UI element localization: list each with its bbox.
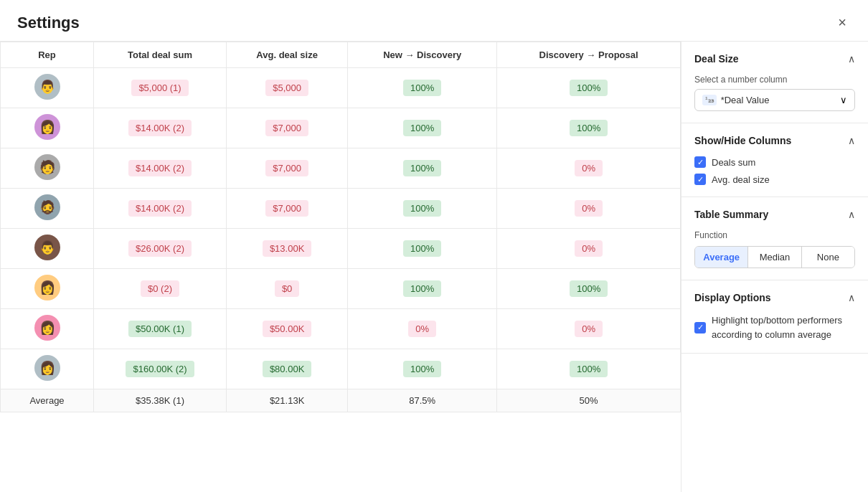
table-row: 👩$50.00K (1)$50.00K0%0%: [1, 309, 681, 349]
table-cell: $5,000 (1): [94, 68, 227, 108]
table-cell: $14.00K (2): [94, 189, 227, 229]
avatar-cell: 👩: [1, 269, 94, 309]
cell-badge: 0%: [575, 200, 603, 217]
table-cell: $50.00K: [227, 309, 348, 349]
table-cell: 0%: [348, 309, 497, 349]
cell-badge: 100%: [570, 80, 608, 96]
display-options-header: Display Options ∧: [694, 292, 855, 303]
table-row: 👨$5,000 (1)$5,000100%100%: [1, 68, 681, 108]
cell-badge: 100%: [570, 361, 608, 377]
table-cell: $160.00K (2): [94, 349, 227, 389]
cell-badge: $14.00K (2): [128, 120, 192, 136]
summary-cell: 87.5%: [348, 389, 497, 412]
table-cell: $5,000: [227, 68, 348, 108]
cell-badge: $7,000: [265, 120, 308, 136]
display-options-chevron[interactable]: ∧: [848, 292, 855, 303]
deal-size-section: Deal Size ∧ Select a number column ¹₂₃ *…: [681, 42, 868, 123]
col-total-deal: Total deal sum: [94, 42, 227, 68]
checkbox-deals-sum-label: Deals sum: [712, 157, 755, 168]
cell-badge: $0 (2): [141, 280, 179, 297]
table-summary-chevron[interactable]: ∧: [848, 209, 855, 220]
table-cell: 100%: [348, 229, 497, 269]
cell-badge: $5,000 (1): [131, 80, 188, 96]
modal: Settings × Rep Total deal sum Avg. deal …: [0, 0, 868, 492]
avatar: 👩: [34, 114, 60, 140]
table-cell: 0%: [497, 148, 681, 189]
cell-badge: 100%: [403, 80, 441, 96]
avatar-cell: 👩: [1, 309, 94, 349]
table-header-row: Rep Total deal sum Avg. deal size New → …: [1, 42, 681, 68]
cell-badge: 100%: [403, 120, 441, 136]
checkbox-avg-deal-label: Avg. deal size: [712, 174, 770, 185]
function-btn-median[interactable]: Median: [748, 247, 801, 268]
avatar: 👩: [34, 315, 60, 341]
table-area: Rep Total deal sum Avg. deal size New → …: [0, 42, 681, 492]
table-cell: $0 (2): [94, 269, 227, 309]
function-btn-none[interactable]: None: [802, 247, 854, 268]
close-button[interactable]: ×: [834, 13, 851, 32]
table-cell: $7,000: [227, 148, 348, 189]
deal-value-select[interactable]: ¹₂₃ *Deal Value ∨: [694, 89, 855, 111]
table-summary-title: Table Summary: [694, 209, 768, 220]
cell-badge: $26.00K (2): [128, 240, 192, 257]
checkbox-deals-sum: ✓ Deals sum: [694, 156, 855, 168]
table-row: 👩$14.00K (2)$7,000100%100%: [1, 108, 681, 148]
table-cell: 100%: [497, 68, 681, 108]
cell-badge: $13.00K: [263, 240, 311, 257]
select-chevron-down: ∨: [840, 95, 847, 105]
avatar: 👨: [34, 74, 60, 100]
deal-size-chevron[interactable]: ∧: [848, 53, 855, 65]
table-cell: 100%: [348, 148, 497, 189]
cell-badge: $7,000: [265, 200, 308, 217]
sidebar: Deal Size ∧ Select a number column ¹₂₃ *…: [681, 42, 868, 492]
table-cell: 100%: [497, 108, 681, 148]
summary-cell: 50%: [497, 389, 681, 412]
table-row: 👩$160.00K (2)$80.00K100%100%: [1, 349, 681, 389]
cell-badge: 100%: [403, 361, 441, 377]
function-btn-average[interactable]: Average: [695, 247, 748, 268]
avatar-cell: 🧑: [1, 148, 94, 189]
checkbox-avg-deal: ✓ Avg. deal size: [694, 174, 855, 185]
table-cell: 100%: [348, 189, 497, 229]
table-row: 👨$26.00K (2)$13.00K100%0%: [1, 229, 681, 269]
highlight-checkbox-row: ✓ Highlight top/bottom performers accord…: [694, 313, 855, 341]
deal-size-header: Deal Size ∧: [694, 53, 855, 65]
show-hide-title: Show/Hide Columns: [694, 135, 791, 146]
numeric-icon: ¹₂₃: [702, 95, 717, 105]
table-cell: $80.00K: [227, 349, 348, 389]
table-summary-header: Table Summary ∧: [694, 209, 855, 220]
table-cell: 100%: [348, 68, 497, 108]
show-hide-chevron[interactable]: ∧: [848, 135, 855, 146]
table-cell: 100%: [348, 108, 497, 148]
highlight-label: Highlight top/bottom performers accordin…: [712, 313, 855, 341]
cell-badge: 100%: [403, 160, 441, 176]
table-cell: $0: [227, 269, 348, 309]
highlight-checkbox-icon[interactable]: ✓: [694, 322, 706, 333]
cell-badge: 100%: [570, 120, 608, 136]
table-cell: $14.00K (2): [94, 108, 227, 148]
cell-badge: $0: [275, 280, 299, 297]
cell-badge: $7,000: [265, 160, 308, 176]
cell-badge: $14.00K (2): [128, 160, 192, 176]
avatar: 👩: [34, 275, 60, 301]
summary-label: Average: [1, 389, 94, 412]
avatar-cell: 👨: [1, 68, 94, 108]
cell-badge: 0%: [575, 321, 603, 337]
table-cell: 0%: [497, 189, 681, 229]
cell-badge: 0%: [575, 240, 603, 257]
table-cell: $26.00K (2): [94, 229, 227, 269]
col-rep: Rep: [1, 42, 94, 68]
checkbox-avg-deal-icon[interactable]: ✓: [694, 174, 706, 185]
avatar: 🧔: [34, 194, 60, 220]
cell-badge: 100%: [403, 200, 441, 217]
data-table: Rep Total deal sum Avg. deal size New → …: [0, 42, 681, 412]
summary-cell: $21.13K: [227, 389, 348, 412]
table-row: 🧑$14.00K (2)$7,000100%0%: [1, 148, 681, 189]
show-hide-header: Show/Hide Columns ∧: [694, 135, 855, 146]
table-cell: 0%: [497, 309, 681, 349]
select-label: Select a number column: [694, 75, 855, 85]
checkbox-deals-sum-icon[interactable]: ✓: [694, 156, 706, 168]
cell-badge: $14.00K (2): [128, 200, 192, 217]
summary-row: Average$35.38K (1)$21.13K87.5%50%: [1, 389, 681, 412]
table-cell: $7,000: [227, 108, 348, 148]
